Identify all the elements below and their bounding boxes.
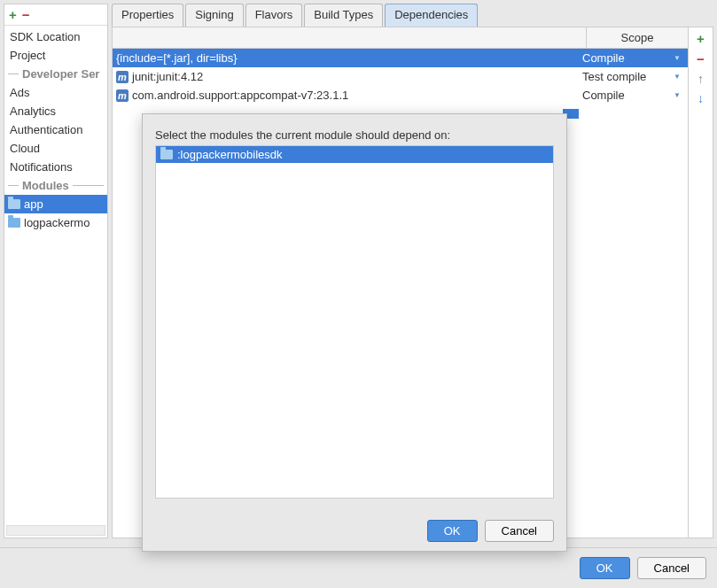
sidebar-item-sdk-location[interactable]: SDK Location [4, 27, 107, 46]
maven-icon: m [116, 89, 129, 102]
section-modules: Modules [4, 176, 107, 195]
module-option[interactable]: :logpackermobilesdk [156, 146, 553, 163]
dialog-prompt: Select the modules the current module sh… [155, 127, 554, 145]
chevron-down-icon: ▼ [674, 54, 681, 62]
sidebar-item-authentication[interactable]: Authentication [4, 120, 107, 139]
cancel-button[interactable]: Cancel [637, 557, 706, 579]
dependency-row[interactable]: m junit:junit:4.12 Test compile ▼ [113, 67, 688, 86]
chevron-down-icon: ▼ [674, 73, 681, 81]
module-item-app[interactable]: app [4, 195, 107, 213]
dialog-footer: OK Cancel [143, 511, 566, 551]
remove-dependency-icon[interactable]: − [697, 51, 705, 66]
add-dependency-icon[interactable]: + [697, 31, 705, 46]
sidebar-item-ads[interactable]: Ads [4, 83, 107, 102]
tabs: Properties Signing Flavors Build Types D… [112, 4, 713, 27]
horizontal-scrollbar[interactable] [6, 525, 105, 536]
main-footer: OK Cancel [0, 547, 717, 588]
sidebar-toolbar: + − [4, 4, 107, 26]
folder-icon [8, 218, 20, 228]
module-option-label: :logpackermobilesdk [177, 148, 283, 161]
section-developer-services: Developer Ser [4, 65, 107, 83]
module-item-logpackermo[interactable]: logpackermo [4, 213, 107, 232]
sidebar-item-notifications[interactable]: Notifications [4, 158, 107, 176]
section-label: Modules [22, 179, 69, 192]
module-label: logpackermo [24, 216, 90, 229]
scope-column-header[interactable]: Scope [586, 27, 688, 48]
sidebar-item-cloud[interactable]: Cloud [4, 139, 107, 158]
sidebar-list: SDK Location Project Developer Ser Ads A… [4, 26, 107, 523]
scope-dropdown[interactable]: Test compile ▼ [582, 70, 684, 83]
chevron-down-icon: ▼ [674, 91, 681, 99]
remove-icon[interactable]: − [22, 7, 30, 22]
tab-properties[interactable]: Properties [112, 4, 183, 27]
folder-icon [8, 199, 20, 209]
move-up-icon[interactable]: ↑ [698, 72, 704, 86]
sidebar: + − SDK Location Project Developer Ser A… [4, 4, 108, 538]
table-header: Scope [113, 27, 688, 49]
tab-dependencies[interactable]: Dependencies [385, 4, 478, 27]
add-icon[interactable]: + [9, 7, 17, 22]
module-list: :logpackermobilesdk [155, 145, 554, 499]
sidebar-item-project[interactable]: Project [4, 46, 107, 65]
dependency-row[interactable]: m com.android.support:appcompat-v7:23.1.… [113, 86, 688, 104]
folder-icon [160, 150, 173, 159]
tab-build-types[interactable]: Build Types [304, 4, 383, 27]
dependency-name: com.android.support:appcompat-v7:23.1.1 [132, 89, 348, 102]
scope-dropdown[interactable]: Compile ▼ [582, 51, 684, 65]
sidebar-item-analytics[interactable]: Analytics [4, 102, 107, 120]
maven-icon: m [116, 71, 129, 83]
tab-signing[interactable]: Signing [185, 4, 243, 27]
dependency-name: {include=[*.jar], dir=libs} [116, 51, 238, 65]
ok-button[interactable]: OK [580, 557, 630, 579]
dependency-row[interactable]: {include=[*.jar], dir=libs} Compile ▼ [113, 49, 688, 67]
dialog-cancel-button[interactable]: Cancel [485, 520, 554, 542]
dependency-actions: + − ↑ ↓ [688, 27, 713, 538]
module-select-dialog: Select the modules the current module sh… [142, 113, 567, 552]
scope-dropdown[interactable]: Compile ▼ [582, 89, 684, 102]
tab-flavors[interactable]: Flavors [245, 4, 303, 27]
section-label: Developer Ser [22, 67, 99, 81]
dependency-name: junit:junit:4.12 [132, 70, 203, 83]
move-down-icon[interactable]: ↓ [698, 91, 704, 105]
module-label: app [24, 197, 43, 211]
dialog-ok-button[interactable]: OK [427, 520, 478, 542]
